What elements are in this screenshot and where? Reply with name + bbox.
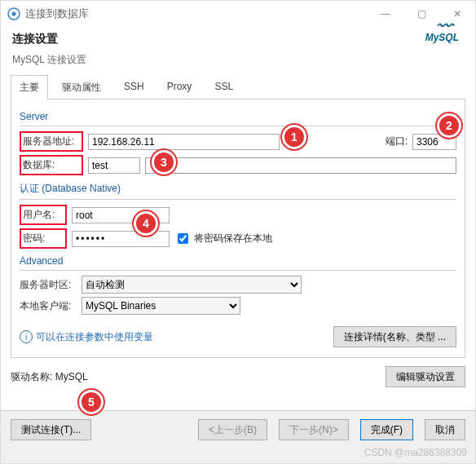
dolphin-icon: 〰: [436, 17, 452, 36]
group-server: Server: [20, 111, 456, 122]
next-button[interactable]: 下一步(N)>: [279, 419, 349, 440]
maximize-button[interactable]: ▢: [403, 1, 439, 27]
password-label: 密码:: [20, 228, 67, 249]
page-subtitle: MySQL 连接设置: [12, 53, 86, 67]
password-input[interactable]: [72, 231, 170, 247]
driver-name-label: 驱动名称:: [11, 371, 52, 382]
annotation-2: 2: [437, 113, 461, 138]
tab-ssl[interactable]: SSL: [205, 75, 242, 99]
dialog-footer: 5 测试连接(T)... <上一步(B) 下一步(N)> 完成(F) 取消 CS…: [1, 410, 475, 463]
connection-dialog: 连接到数据库 — ▢ ✕ 连接设置 MySQL 连接设置 〰 MySQL 主要 …: [0, 0, 476, 464]
info-icon: i: [20, 330, 33, 343]
database-input-ext[interactable]: [145, 157, 456, 174]
driver-name-value: MySQL: [55, 371, 88, 382]
database-label: 数据库:: [20, 155, 83, 175]
watermark: CSDN @ma286388309: [364, 447, 467, 458]
group-auth: 认证 (Database Native): [20, 182, 456, 196]
annotation-5: 5: [79, 390, 104, 414]
timezone-select[interactable]: 自动检测: [82, 276, 302, 294]
svg-point-1: [12, 12, 16, 16]
cancel-button[interactable]: 取消: [425, 419, 465, 440]
database-input[interactable]: [88, 157, 140, 174]
client-label: 本地客户端:: [20, 299, 77, 313]
app-icon: [7, 7, 20, 20]
group-advanced: Advanced: [20, 255, 456, 267]
vars-info-link[interactable]: i 可以在连接参数中使用变量: [20, 330, 153, 344]
connection-details-button[interactable]: 连接详情(名称、类型 ...: [333, 326, 456, 347]
titlebar: 连接到数据库 — ▢ ✕: [1, 1, 475, 27]
port-label: 端口:: [386, 135, 408, 148]
edit-driver-button[interactable]: 编辑驱动设置: [386, 366, 465, 387]
host-input[interactable]: [88, 134, 280, 150]
test-connection-button[interactable]: 测试连接(T)...: [11, 419, 91, 440]
client-select[interactable]: MySQL Binaries: [82, 297, 240, 315]
tab-ssh[interactable]: SSH: [115, 75, 153, 99]
timezone-label: 服务器时区:: [20, 278, 77, 292]
save-password-checkbox[interactable]: 将密码保存在本地: [174, 231, 272, 246]
save-password-input[interactable]: [178, 233, 188, 244]
username-label: 用户名:: [20, 205, 67, 225]
page-title: 连接设置: [12, 32, 86, 46]
host-label: 服务器地址:: [20, 131, 83, 152]
annotation-1: 1: [282, 125, 306, 149]
mysql-logo: 〰 MySQL: [425, 32, 459, 43]
tab-main[interactable]: 主要: [11, 75, 48, 99]
finish-button[interactable]: 完成(F): [360, 419, 413, 440]
window-title: 连接到数据库: [25, 7, 89, 21]
tab-driver-props[interactable]: 驱动属性: [53, 75, 110, 99]
save-password-label: 将密码保存在本地: [194, 232, 272, 245]
annotation-4: 4: [134, 211, 158, 236]
minimize-button[interactable]: —: [368, 1, 403, 27]
tab-bar: 主要 驱动属性 SSH Proxy SSL: [11, 75, 465, 99]
back-button[interactable]: <上一步(B): [198, 419, 267, 440]
dialog-header: 连接设置 MySQL 连接设置 〰 MySQL: [1, 27, 475, 70]
annotation-3: 3: [152, 150, 176, 175]
tab-proxy[interactable]: Proxy: [158, 75, 201, 99]
dialog-body: 主要 驱动属性 SSH Proxy SSL Server 服务器地址: 1 端口…: [1, 70, 475, 410]
